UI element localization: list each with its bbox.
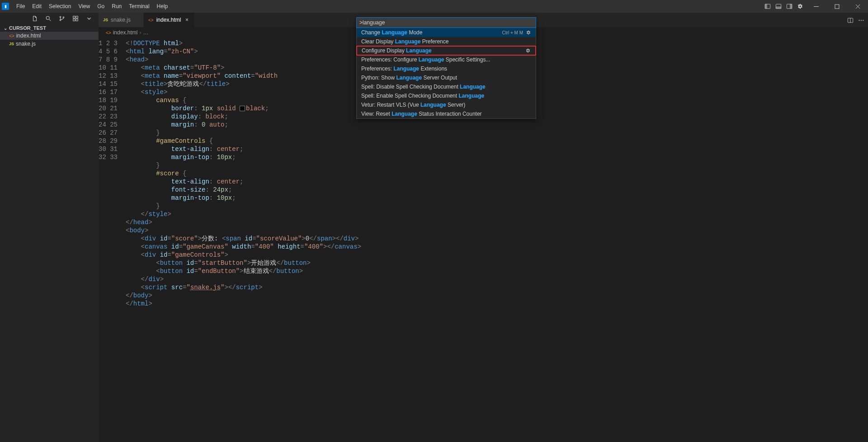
svg-rect-15 (76, 16, 78, 18)
palette-item-label: Spell: Enable Spell Checking Document La… (361, 93, 531, 99)
breadcrumb-ellipsis: … (143, 29, 148, 36)
html-file-icon: <> (9, 33, 14, 38)
palette-item-label: Preferences: Language Extensions (361, 66, 531, 72)
command-palette: >language Change Language ModeCtrl + M M… (356, 17, 536, 119)
main-area: ⌄ CURSOR_TEST <>index.htmlJSsnake.js JSs… (0, 13, 868, 442)
palette-item[interactable]: Preferences: Language Extensions (357, 64, 536, 73)
svg-rect-14 (76, 19, 78, 21)
svg-point-11 (63, 17, 64, 18)
svg-rect-7 (835, 5, 839, 9)
menu-file[interactable]: File (13, 1, 28, 11)
search-icon[interactable] (45, 15, 52, 22)
svg-point-10 (60, 19, 61, 21)
menubar: FileEditSelectionViewGoRunTerminalHelp (13, 1, 171, 11)
split-editor-icon[interactable] (847, 17, 854, 24)
palette-item-label: Change Language Mode (361, 29, 502, 36)
layout-secondary-side-icon[interactable] (784, 0, 795, 13)
palette-item-label: Configure Display Language (362, 47, 523, 54)
svg-point-8 (46, 16, 49, 19)
svg-rect-6 (814, 6, 819, 7)
tabs-actions (847, 13, 864, 28)
palette-item[interactable]: View: Reset Language Status Interaction … (357, 109, 536, 118)
palette-item-label: Clear Display Language Preference (361, 38, 531, 45)
tree-item-label: snake.js (16, 41, 36, 47)
svg-point-9 (60, 16, 61, 18)
svg-rect-13 (73, 19, 75, 21)
maximize-button[interactable] (826, 0, 847, 13)
tab-label: index.html (156, 17, 181, 23)
palette-item-label: Preferences: Configure Language Specific… (361, 56, 531, 63)
titlebar-left: ▮ FileEditSelectionViewGoRunTerminalHelp (0, 1, 171, 11)
chevron-down-icon: ⌄ (4, 26, 7, 31)
palette-item[interactable]: Configure Display Language (356, 46, 536, 56)
html-file-icon: <> (148, 18, 154, 23)
titlebar-right (762, 0, 868, 13)
palette-item-label: Python: Show Language Server Output (361, 75, 531, 81)
tree-item-label: index.html (16, 33, 41, 39)
svg-rect-5 (790, 4, 792, 9)
svg-point-19 (861, 19, 862, 20)
titlebar: ▮ FileEditSelectionViewGoRunTerminalHelp (0, 0, 868, 13)
palette-item-label: Spell: Disable Spell Checking Document L… (361, 84, 531, 90)
menu-run[interactable]: Run (108, 1, 125, 11)
menu-selection[interactable]: Selection (45, 1, 75, 11)
js-file-icon: JS (103, 18, 108, 22)
editor-area: JSsnake.js<>index.html× <> index.html › … (99, 13, 868, 442)
close-button[interactable] (847, 0, 868, 13)
tab-label: snake.js (111, 17, 131, 23)
palette-item[interactable]: Change Language ModeCtrl + M M (357, 28, 536, 37)
html-file-icon: <> (106, 30, 111, 35)
command-palette-input[interactable]: >language (356, 17, 536, 28)
tab-snake.js[interactable]: JSsnake.js (99, 13, 144, 27)
palette-item[interactable]: Clear Display Language Preference (357, 37, 536, 46)
tree-item-index.html[interactable]: <>index.html (0, 32, 99, 40)
palette-item-label: View: Reset Language Status Interaction … (361, 111, 531, 117)
svg-point-20 (863, 19, 863, 20)
gear-icon[interactable] (525, 48, 531, 53)
tab-index.html[interactable]: <>index.html× (144, 13, 195, 27)
layout-panel-icon[interactable] (773, 0, 784, 13)
gear-icon[interactable] (526, 30, 531, 35)
extensions-icon[interactable] (72, 15, 79, 22)
command-palette-list: Change Language ModeCtrl + M MClear Disp… (357, 28, 536, 118)
layout-primary-side-icon[interactable] (762, 0, 773, 13)
file-tree: <>index.htmlJSsnake.js (0, 32, 99, 48)
palette-item-label: Vetur: Restart VLS (Vue Language Server) (361, 102, 531, 108)
js-file-icon: JS (9, 42, 14, 46)
svg-rect-1 (765, 4, 767, 9)
branch-icon[interactable] (59, 15, 65, 22)
line-gutter: 1 2 3 4 5 6 7 8 9 10 11 12 13 14 15 16 1… (99, 38, 126, 442)
keybinding-label: Ctrl + M M (502, 30, 523, 35)
more-icon[interactable] (858, 17, 864, 24)
palette-item[interactable]: Vetur: Restart VLS (Vue Language Server) (357, 100, 536, 109)
palette-item[interactable]: Python: Show Language Server Output (357, 73, 536, 82)
gear-icon[interactable] (795, 0, 806, 13)
tree-item-snake.js[interactable]: JSsnake.js (0, 40, 99, 48)
svg-rect-12 (73, 16, 75, 18)
chevron-down-icon[interactable] (86, 15, 92, 22)
palette-item[interactable]: Spell: Disable Spell Checking Document L… (357, 82, 536, 91)
menu-edit[interactable]: Edit (28, 1, 45, 11)
breadcrumb-file: index.html (113, 29, 138, 36)
app-icon: ▮ (2, 3, 9, 10)
new-file-icon[interactable] (32, 15, 38, 22)
folder-header[interactable]: ⌄ CURSOR_TEST (0, 24, 99, 32)
menu-help[interactable]: Help (153, 1, 172, 11)
svg-rect-3 (776, 7, 781, 9)
close-icon[interactable]: × (184, 17, 190, 23)
palette-item[interactable]: Preferences: Configure Language Specific… (357, 55, 536, 64)
menu-terminal[interactable]: Terminal (125, 1, 153, 11)
explorer-sidebar: ⌄ CURSOR_TEST <>index.htmlJSsnake.js (0, 13, 99, 442)
minimize-button[interactable] (806, 0, 826, 13)
explorer-actions (0, 13, 99, 24)
breadcrumb-sep: › (139, 29, 141, 36)
menu-go[interactable]: Go (94, 1, 108, 11)
palette-item[interactable]: Spell: Enable Spell Checking Document La… (357, 91, 536, 100)
svg-point-18 (859, 19, 860, 20)
folder-name: CURSOR_TEST (9, 25, 46, 31)
menu-view[interactable]: View (75, 1, 94, 11)
